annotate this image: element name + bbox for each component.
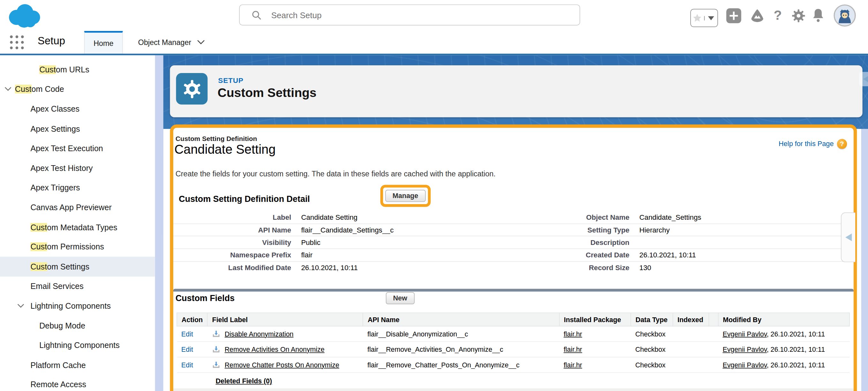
table-row: Edit Remove Chatter Posts On Anonymize f… (177, 357, 849, 373)
guidance-center-icon[interactable] (748, 7, 766, 25)
edit-link[interactable]: Edit (181, 361, 193, 369)
section-top-bar (173, 289, 854, 292)
detail-row: Namespace Prefix flair Created Date 26.1… (173, 249, 854, 261)
sidebar-scrollbar[interactable] (155, 55, 163, 391)
sidebar-item-custom-metadata-types[interactable]: Custom Metadata Types (0, 217, 155, 237)
sidebar-item-debug-mode[interactable]: Debug Mode (0, 316, 155, 335)
sidebar-item-platform-cache[interactable]: Platform Cache (0, 355, 155, 375)
setup-search[interactable] (239, 4, 580, 26)
edit-link[interactable]: Edit (181, 346, 193, 353)
help-link[interactable]: Help for this Page (779, 140, 834, 148)
salesforce-setup-page: ? (0, 0, 868, 391)
notifications-bell-icon[interactable] (811, 7, 826, 24)
tab-home[interactable]: Home (84, 31, 123, 54)
modified-date: , 26.10.2021, 10:11 (767, 361, 825, 369)
help-icon[interactable]: ? (771, 7, 785, 25)
detail-row: Label Candidate Setting Object Name Cand… (173, 211, 854, 224)
field-label-link[interactable]: Remove Chatter Posts On Anonymize (225, 361, 339, 369)
field-label: Label (173, 213, 291, 221)
field-value: flair (301, 251, 523, 259)
sidebar-item-lightning-components[interactable]: Lightning Components (0, 296, 155, 316)
new-button[interactable]: New (386, 292, 414, 304)
setup-sidebar-tree: Custom URLs Custom Code Apex Classes Ape… (0, 55, 155, 391)
detail-section-heading: Custom Setting Definition Detail (179, 194, 310, 204)
field-label-link[interactable]: Remove Activities On Anonymize (225, 346, 324, 353)
column-header: Data Type (631, 313, 673, 326)
field-label: Namespace Prefix (173, 251, 291, 259)
custom-fields-table: Action Field Label API Name Installed Pa… (177, 313, 849, 390)
sidebar-item-canvas-app-previewer[interactable]: Canvas App Previewer (0, 198, 155, 218)
table-row: Edit Remove Activities On Anonymize flai… (177, 341, 849, 357)
installed-package-link[interactable]: flair.hr (564, 346, 582, 353)
page-header-card: SETUP Custom Settings (170, 65, 863, 117)
global-add-icon[interactable] (726, 8, 741, 23)
data-type: Checkbox (636, 330, 666, 338)
manage-button[interactable]: Manage (385, 190, 425, 202)
field-label: Object Name (523, 213, 630, 221)
column-header (709, 313, 718, 326)
setup-gear-icon[interactable] (790, 8, 806, 23)
modified-by-link[interactable]: Evgenii Pavlov (722, 361, 767, 369)
search-input[interactable] (270, 9, 580, 20)
page-description: Create the fields for your custom settin… (176, 170, 496, 178)
field-label: Record Size (523, 263, 630, 272)
global-header: ? (0, 0, 868, 31)
field-value: 26.10.2021, 10:11 (640, 251, 854, 259)
collapse-handle-icon[interactable] (859, 72, 868, 87)
sidebar-item-custom-urls[interactable]: Custom URLs (0, 60, 155, 79)
app-launcher-icon[interactable] (10, 35, 24, 50)
modified-date: , 26.10.2021, 10:11 (767, 330, 825, 338)
sidebar-item-custom-code[interactable]: Custom Code (0, 79, 155, 99)
sidebar-item-lightning-components-child[interactable]: Lightning Components (0, 335, 155, 355)
field-value: Candidate_Settings (640, 213, 854, 221)
manage-button-highlight: Manage (380, 185, 431, 207)
installed-package-link[interactable]: flair.hr (564, 361, 582, 369)
field-label-link[interactable]: Disable Anonymization (225, 330, 293, 338)
deleted-fields-link[interactable]: Deleted Fields (0) (216, 377, 272, 385)
modified-by-link[interactable]: Evgenii Pavlov (722, 330, 767, 338)
section-label: Custom Setting Definition (176, 135, 257, 142)
breadcrumb-eyebrow: SETUP (218, 76, 244, 85)
installed-package-icon (212, 361, 220, 369)
chevron-left-icon (845, 233, 852, 241)
data-type: Checkbox (636, 346, 666, 353)
table-row: Edit Disable Anonymization flair__Disabl… (177, 326, 849, 342)
detail-field-rows: Label Candidate Setting Object Name Cand… (173, 211, 854, 274)
field-value: 26.10.2021, 10:11 (301, 263, 523, 272)
record-title: Candidate Setting (174, 142, 275, 157)
sidebar-item-apex-settings[interactable]: Apex Settings (0, 119, 155, 139)
field-label: Setting Type (523, 226, 630, 234)
tab-object-manager[interactable]: Object Manager (123, 31, 220, 54)
content-scrollbar[interactable] (861, 129, 868, 391)
help-question-icon[interactable]: ? (837, 139, 847, 149)
installed-package-link[interactable]: flair.hr (564, 330, 582, 338)
field-value: flair__Candidate_Settings__c (301, 226, 523, 234)
chevron-down-icon (4, 87, 12, 92)
data-type: Checkbox (636, 361, 666, 369)
edit-link[interactable]: Edit (181, 330, 193, 338)
field-value: Hierarchy (640, 226, 854, 234)
api-name: flair__Disable_Anonymization__c (367, 330, 468, 338)
favorites-caret-icon[interactable] (704, 15, 718, 20)
sidebar-item-apex-classes[interactable]: Apex Classes (0, 99, 155, 119)
sidebar-item-custom-settings[interactable]: Custom Settings (0, 257, 155, 276)
api-name: flair__Remove_Activities_On_Anonymize__c (367, 346, 503, 353)
favorites-star-icon[interactable] (691, 13, 704, 23)
sidebar-item-apex-test-history[interactable]: Apex Test History (0, 158, 155, 178)
page-bottom-background (173, 388, 854, 391)
modified-by-link[interactable]: Evgenii Pavlov (722, 346, 767, 353)
help-for-this-page: Help for this Page ? (779, 139, 847, 149)
sidebar-item-custom-permissions[interactable]: Custom Permissions (0, 237, 155, 257)
sidebar-item-remote-access[interactable]: Remote Access (0, 375, 155, 391)
sidebar-item-email-services[interactable]: Email Services (0, 276, 155, 296)
collapsed-panel-tab[interactable] (841, 213, 855, 262)
sidebar-item-apex-test-execution[interactable]: Apex Test Execution (0, 138, 155, 158)
user-avatar[interactable] (834, 4, 856, 27)
search-icon (252, 10, 261, 20)
modified-date: , 26.10.2021, 10:11 (767, 346, 825, 353)
column-header: API Name (363, 313, 559, 326)
field-label: API Name (173, 226, 291, 234)
salesforce-cloud-logo-icon (5, 2, 44, 29)
field-value: Candidate Setting (301, 213, 523, 221)
sidebar-item-apex-triggers[interactable]: Apex Triggers (0, 178, 155, 198)
